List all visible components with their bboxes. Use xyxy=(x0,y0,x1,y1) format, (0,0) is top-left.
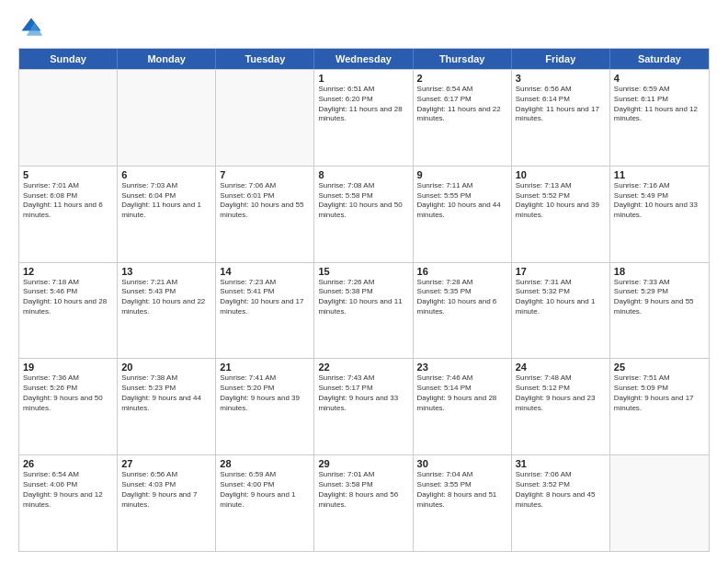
calendar-header-row: SundayMondayTuesdayWednesdayThursdayFrid… xyxy=(19,49,709,69)
cal-cell: 1Sunrise: 6:51 AM Sunset: 6:20 PM Daylig… xyxy=(314,70,413,166)
logo-icon xyxy=(18,15,44,40)
cell-detail: Sunrise: 7:28 AM Sunset: 5:35 PM Dayligh… xyxy=(417,278,507,317)
day-number: 9 xyxy=(417,169,507,180)
cal-cell: 25Sunrise: 7:51 AM Sunset: 5:09 PM Dayli… xyxy=(610,359,709,454)
cal-cell: 20Sunrise: 7:38 AM Sunset: 5:23 PM Dayli… xyxy=(118,359,216,454)
cal-cell: 21Sunrise: 7:41 AM Sunset: 5:20 PM Dayli… xyxy=(216,359,314,454)
cell-detail: Sunrise: 7:48 AM Sunset: 5:12 PM Dayligh… xyxy=(516,373,606,413)
day-number: 31 xyxy=(516,458,606,469)
day-number: 10 xyxy=(516,169,606,180)
day-number: 14 xyxy=(220,266,310,277)
cal-cell: 31Sunrise: 7:06 AM Sunset: 3:52 PM Dayli… xyxy=(512,455,610,551)
cell-detail: Sunrise: 7:21 AM Sunset: 5:43 PM Dayligh… xyxy=(121,278,211,317)
cal-header-saturday: Saturday xyxy=(610,49,709,69)
cal-cell: 15Sunrise: 7:26 AM Sunset: 5:38 PM Dayli… xyxy=(314,263,413,359)
cell-detail: Sunrise: 7:43 AM Sunset: 5:17 PM Dayligh… xyxy=(318,373,408,413)
cal-cell: 19Sunrise: 7:36 AM Sunset: 5:26 PM Dayli… xyxy=(19,359,118,454)
cell-detail: Sunrise: 6:56 AM Sunset: 6:14 PM Dayligh… xyxy=(516,85,606,124)
day-number: 17 xyxy=(516,266,606,277)
cell-detail: Sunrise: 7:06 AM Sunset: 6:01 PM Dayligh… xyxy=(220,181,310,221)
cal-cell xyxy=(216,70,314,166)
cell-detail: Sunrise: 7:26 AM Sunset: 5:38 PM Dayligh… xyxy=(318,278,408,317)
day-number: 3 xyxy=(516,73,606,84)
cell-detail: Sunrise: 7:41 AM Sunset: 5:20 PM Dayligh… xyxy=(220,373,310,413)
day-number: 18 xyxy=(614,266,705,277)
cal-cell: 29Sunrise: 7:01 AM Sunset: 3:58 PM Dayli… xyxy=(314,455,413,551)
cal-cell xyxy=(118,70,216,166)
cell-detail: Sunrise: 6:54 AM Sunset: 4:06 PM Dayligh… xyxy=(23,470,113,510)
cal-cell xyxy=(19,70,118,166)
cal-cell: 12Sunrise: 7:18 AM Sunset: 5:46 PM Dayli… xyxy=(19,263,118,359)
cell-detail: Sunrise: 6:54 AM Sunset: 6:17 PM Dayligh… xyxy=(417,85,507,124)
cell-detail: Sunrise: 7:08 AM Sunset: 5:58 PM Dayligh… xyxy=(318,181,408,221)
cell-detail: Sunrise: 7:31 AM Sunset: 5:32 PM Dayligh… xyxy=(516,278,606,317)
day-number: 30 xyxy=(417,458,507,469)
day-number: 13 xyxy=(121,266,211,277)
cell-detail: Sunrise: 7:13 AM Sunset: 5:52 PM Dayligh… xyxy=(516,181,606,221)
page: SundayMondayTuesdayWednesdayThursdayFrid… xyxy=(0,0,728,563)
cell-detail: Sunrise: 7:51 AM Sunset: 5:09 PM Dayligh… xyxy=(614,373,705,413)
cal-cell: 28Sunrise: 6:59 AM Sunset: 4:00 PM Dayli… xyxy=(216,455,314,551)
cal-cell: 30Sunrise: 7:04 AM Sunset: 3:55 PM Dayli… xyxy=(414,455,512,551)
cal-cell: 4Sunrise: 6:59 AM Sunset: 6:11 PM Daylig… xyxy=(610,70,709,166)
cell-detail: Sunrise: 6:59 AM Sunset: 6:11 PM Dayligh… xyxy=(614,85,705,124)
calendar: SundayMondayTuesdayWednesdayThursdayFrid… xyxy=(18,48,710,552)
cell-detail: Sunrise: 7:33 AM Sunset: 5:29 PM Dayligh… xyxy=(614,278,705,317)
cal-cell: 9Sunrise: 7:11 AM Sunset: 5:55 PM Daylig… xyxy=(414,167,512,262)
day-number: 7 xyxy=(220,169,310,180)
day-number: 1 xyxy=(318,73,408,84)
cell-detail: Sunrise: 7:36 AM Sunset: 5:26 PM Dayligh… xyxy=(23,373,113,413)
cell-detail: Sunrise: 7:04 AM Sunset: 3:55 PM Dayligh… xyxy=(417,470,507,510)
cell-detail: Sunrise: 7:38 AM Sunset: 5:23 PM Dayligh… xyxy=(121,373,211,413)
cal-cell: 6Sunrise: 7:03 AM Sunset: 6:04 PM Daylig… xyxy=(118,167,216,262)
cal-cell: 3Sunrise: 6:56 AM Sunset: 6:14 PM Daylig… xyxy=(512,70,610,166)
day-number: 27 xyxy=(121,458,211,469)
cell-detail: Sunrise: 7:46 AM Sunset: 5:14 PM Dayligh… xyxy=(417,373,507,413)
cal-week-3: 12Sunrise: 7:18 AM Sunset: 5:46 PM Dayli… xyxy=(19,262,709,359)
cell-detail: Sunrise: 7:01 AM Sunset: 3:58 PM Dayligh… xyxy=(318,470,408,510)
cal-cell: 8Sunrise: 7:08 AM Sunset: 5:58 PM Daylig… xyxy=(314,167,413,262)
cell-detail: Sunrise: 6:56 AM Sunset: 4:03 PM Dayligh… xyxy=(121,470,211,510)
day-number: 11 xyxy=(614,169,705,180)
cell-detail: Sunrise: 7:01 AM Sunset: 6:08 PM Dayligh… xyxy=(23,181,113,221)
cal-cell: 17Sunrise: 7:31 AM Sunset: 5:32 PM Dayli… xyxy=(512,263,610,359)
cal-cell: 13Sunrise: 7:21 AM Sunset: 5:43 PM Dayli… xyxy=(118,263,216,359)
day-number: 28 xyxy=(220,458,310,469)
day-number: 23 xyxy=(417,362,507,373)
cal-cell: 24Sunrise: 7:48 AM Sunset: 5:12 PM Dayli… xyxy=(512,359,610,454)
day-number: 2 xyxy=(417,73,507,84)
day-number: 12 xyxy=(23,266,113,277)
cal-cell: 26Sunrise: 6:54 AM Sunset: 4:06 PM Dayli… xyxy=(19,455,118,551)
cal-week-5: 26Sunrise: 6:54 AM Sunset: 4:06 PM Dayli… xyxy=(19,454,709,551)
day-number: 16 xyxy=(417,266,507,277)
cal-header-monday: Monday xyxy=(118,49,216,69)
cal-cell: 22Sunrise: 7:43 AM Sunset: 5:17 PM Dayli… xyxy=(314,359,413,454)
calendar-body: 1Sunrise: 6:51 AM Sunset: 6:20 PM Daylig… xyxy=(19,69,709,551)
cal-header-tuesday: Tuesday xyxy=(216,49,314,69)
cal-cell: 23Sunrise: 7:46 AM Sunset: 5:14 PM Dayli… xyxy=(414,359,512,454)
day-number: 26 xyxy=(23,458,113,469)
cal-header-thursday: Thursday xyxy=(414,49,512,69)
cell-detail: Sunrise: 6:59 AM Sunset: 4:00 PM Dayligh… xyxy=(220,470,310,510)
cal-cell: 11Sunrise: 7:16 AM Sunset: 5:49 PM Dayli… xyxy=(610,167,709,262)
cell-detail: Sunrise: 7:18 AM Sunset: 5:46 PM Dayligh… xyxy=(23,278,113,317)
day-number: 19 xyxy=(23,362,113,373)
cal-header-wednesday: Wednesday xyxy=(314,49,413,69)
cal-week-1: 1Sunrise: 6:51 AM Sunset: 6:20 PM Daylig… xyxy=(19,69,709,166)
day-number: 29 xyxy=(318,458,408,469)
cal-cell: 2Sunrise: 6:54 AM Sunset: 6:17 PM Daylig… xyxy=(414,70,512,166)
day-number: 5 xyxy=(23,169,113,180)
cal-cell: 10Sunrise: 7:13 AM Sunset: 5:52 PM Dayli… xyxy=(512,167,610,262)
day-number: 20 xyxy=(121,362,211,373)
cell-detail: Sunrise: 7:03 AM Sunset: 6:04 PM Dayligh… xyxy=(121,181,211,221)
cal-cell: 14Sunrise: 7:23 AM Sunset: 5:41 PM Dayli… xyxy=(216,263,314,359)
day-number: 25 xyxy=(614,362,705,373)
day-number: 22 xyxy=(318,362,408,373)
cell-detail: Sunrise: 7:16 AM Sunset: 5:49 PM Dayligh… xyxy=(614,181,705,221)
cal-cell: 16Sunrise: 7:28 AM Sunset: 5:35 PM Dayli… xyxy=(414,263,512,359)
header xyxy=(18,15,710,40)
day-number: 15 xyxy=(318,266,408,277)
day-number: 8 xyxy=(318,169,408,180)
cell-detail: Sunrise: 7:06 AM Sunset: 3:52 PM Dayligh… xyxy=(516,470,606,510)
cell-detail: Sunrise: 7:23 AM Sunset: 5:41 PM Dayligh… xyxy=(220,278,310,317)
